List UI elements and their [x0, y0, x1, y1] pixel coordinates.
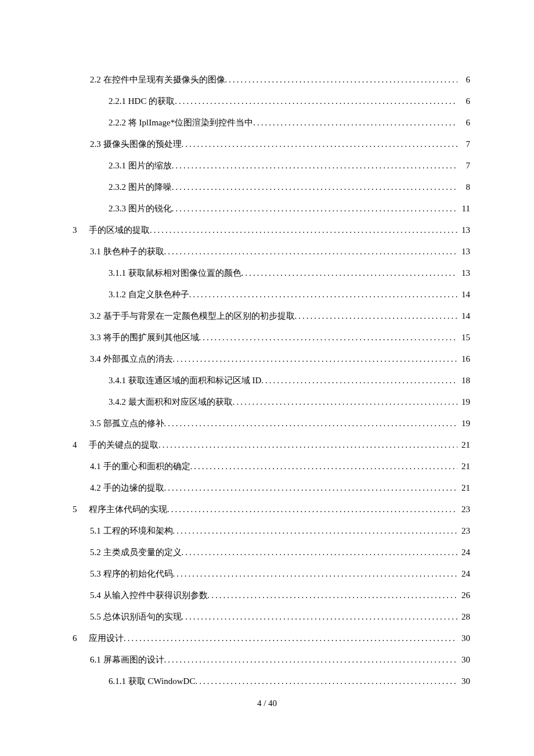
toc-page-number: 13: [457, 226, 470, 235]
toc-label: 6.1 屏幕画图的设计: [90, 656, 164, 664]
toc-entry: 2.3.1 图片的缩放 7: [109, 161, 470, 170]
toc-label: 4.1 手的重心和面积的确定: [90, 462, 190, 471]
toc-page-number: 30: [457, 677, 470, 686]
toc-entry: 4.1 手的重心和面积的确定21: [90, 462, 470, 471]
toc-entry: 6.1 屏幕画图的设计30: [90, 656, 470, 664]
toc-leader-dots: [233, 398, 457, 406]
toc-entry: 5.1 工程的环境和架构23: [90, 527, 470, 535]
toc-label: 3.2 基于手与背景在一定颜色模型上的区别的初步提取: [90, 312, 295, 321]
toc-page-number: 28: [457, 613, 470, 621]
toc-label: 3.1.2 自定义肤色种子: [109, 290, 189, 299]
toc-entry: 2.3.3 图片的锐化 11: [109, 204, 470, 213]
toc-page-number: 14: [457, 290, 470, 299]
toc-label: 3.4.1 获取连通区域的面积和标记区域 ID: [109, 376, 261, 385]
toc-leader-dots: [173, 570, 458, 578]
toc-page-number: 13: [457, 247, 470, 256]
table-of-contents: 2.2 在控件中呈现有关摄像头的图像62.2.1 HDC 的获取62.2.2 将…: [73, 75, 470, 686]
toc-label: 5.5 总体识别语句的实现: [90, 613, 182, 621]
toc-chapter-number: 3: [73, 226, 89, 235]
toc-entry: 2.2 在控件中呈现有关摄像头的图像6: [90, 75, 470, 84]
toc-entry: 2.2.2 将 IplImage*位图渲染到控件当中6: [109, 118, 470, 127]
toc-label: 3.1 肤色种子的获取: [90, 247, 164, 256]
toc-label: 3.1.1 获取鼠标相对图像位置的颜色: [109, 269, 241, 278]
toc-label: 2.3.1 图片的缩放: [109, 161, 172, 170]
toc-label: 5.3 程序的初始化代码: [90, 570, 173, 578]
toc-entry: 3.4 外部孤立点的消去16: [90, 355, 470, 363]
toc-entry: 4.2 手的边缘的提取21: [90, 484, 470, 492]
toc-leader-dots: [172, 183, 457, 192]
toc-chapter-number: 5: [73, 505, 89, 514]
toc-entry: 5.3 程序的初始化代码24: [90, 570, 470, 578]
toc-page-number: 6: [457, 118, 470, 127]
toc-entry: 4手的关键点的提取 21: [73, 441, 470, 449]
toc-page-number: 18: [457, 376, 470, 385]
toc-page-number: 19: [457, 398, 470, 406]
toc-label: 3.4.2 最大面积和对应区域的获取: [109, 398, 233, 406]
toc-label: 5.1 工程的环境和架构: [90, 527, 173, 535]
toc-leader-dots: [253, 118, 457, 127]
toc-page-number: 19: [457, 419, 470, 428]
page-footer: 4 / 40: [0, 699, 534, 708]
toc-entry: 3手的区域的提取 13: [73, 226, 470, 235]
toc-label: 2.3 摄像头图像的预处理: [90, 140, 182, 149]
toc-page-number: 7: [457, 161, 470, 170]
toc-page-number: 14: [457, 312, 470, 321]
toc-leader-dots: [199, 333, 458, 342]
toc-page-number: 24: [457, 570, 470, 578]
toc-label: 4.2 手的边缘的提取: [90, 484, 164, 492]
toc-leader-dots: [167, 505, 457, 514]
toc-leader-dots: [261, 376, 457, 385]
toc-leader-dots: [164, 484, 458, 492]
page: 2.2 在控件中呈现有关摄像头的图像62.2.1 HDC 的获取62.2.2 将…: [0, 0, 534, 756]
toc-leader-dots: [158, 441, 457, 449]
toc-leader-dots: [175, 97, 457, 106]
toc-page-number: 11: [457, 204, 470, 213]
toc-leader-dots: [173, 355, 458, 363]
toc-leader-dots: [208, 591, 458, 600]
toc-entry: 3.5 部孤立点的修补19: [90, 419, 470, 428]
toc-entry: 3.1.2 自定义肤色种子 14: [109, 290, 470, 299]
toc-entry: 2.3.2 图片的降噪 8: [109, 183, 470, 192]
toc-page-number: 8: [457, 183, 470, 192]
toc-leader-dots: [182, 140, 458, 149]
toc-entry: 3.1.1 获取鼠标相对图像位置的颜色 13: [109, 269, 470, 278]
toc-page-number: 23: [457, 527, 470, 535]
toc-label: 2.3.3 图片的锐化: [109, 204, 172, 213]
toc-label: 2.2.1 HDC 的获取: [109, 97, 175, 106]
toc-entry: 2.2.1 HDC 的获取6: [109, 97, 470, 106]
toc-entry: 3.4.2 最大面积和对应区域的获取 19: [109, 398, 470, 406]
toc-label: 3.4 外部孤立点的消去: [90, 355, 173, 363]
toc-leader-dots: [164, 656, 458, 664]
toc-page-number: 26: [457, 591, 470, 600]
toc-label: 5.2 主类成员变量的定义: [90, 548, 182, 557]
toc-page-number: 21: [457, 441, 470, 449]
toc-entry: 6.1.1 获取 CWindowDC30: [109, 677, 470, 686]
toc-entry: 5程序主体代码的实现 23: [73, 505, 470, 514]
toc-label: 程序主体代码的实现: [89, 505, 167, 514]
toc-page-number: 6: [457, 97, 470, 106]
toc-label: 手的区域的提取: [89, 226, 150, 235]
toc-entry: 3.1 肤色种子的获取13: [90, 247, 470, 256]
toc-entry: 3.4.1 获取连通区域的面积和标记区域 ID18: [109, 376, 470, 385]
toc-page-number: 7: [457, 140, 470, 149]
toc-leader-dots: [164, 419, 458, 428]
toc-chapter-number: 4: [73, 441, 89, 449]
toc-leader-dots: [124, 634, 457, 643]
toc-label: 2.2.2 将 IplImage*位图渲染到控件当中: [109, 118, 253, 127]
toc-label: 3.5 部孤立点的修补: [90, 419, 164, 428]
toc-leader-dots: [172, 161, 457, 170]
toc-label: 2.2 在控件中呈现有关摄像头的图像: [90, 75, 225, 84]
toc-page-number: 30: [457, 656, 470, 664]
toc-leader-dots: [182, 548, 458, 557]
toc-page-number: 6: [457, 75, 470, 84]
toc-page-number: 24: [457, 548, 470, 557]
toc-label: 手的关键点的提取: [89, 441, 158, 449]
toc-page-number: 16: [457, 355, 470, 363]
toc-label: 5.4 从输入控件中获得识别参数: [90, 591, 208, 600]
toc-leader-dots: [182, 613, 458, 621]
toc-leader-dots: [172, 204, 457, 213]
toc-chapter-number: 6: [73, 634, 89, 643]
toc-leader-dots: [225, 75, 458, 84]
toc-leader-dots: [295, 312, 458, 321]
toc-label: 2.3.2 图片的降噪: [109, 183, 172, 192]
